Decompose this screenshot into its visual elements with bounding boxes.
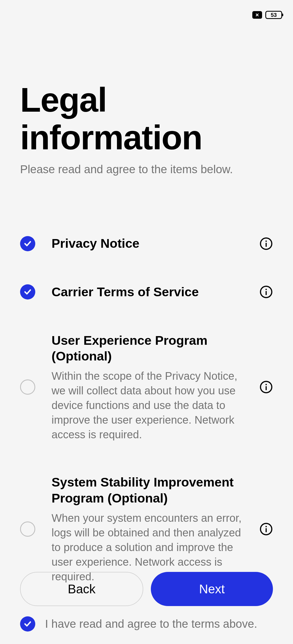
page-title: Legalinformation <box>20 81 273 156</box>
item-title: Privacy Notice <box>52 236 243 252</box>
item-body: System Stability Improvement Program (Op… <box>52 474 243 584</box>
info-icon <box>259 380 273 394</box>
legal-items-list: Privacy Notice Carrier Terms of Service … <box>20 236 273 584</box>
agree-label: I have read and agree to the terms above… <box>45 617 257 630</box>
svg-rect-2 <box>266 243 267 247</box>
close-badge-icon <box>252 11 262 19</box>
item-body: User Experience Program (Optional) Withi… <box>52 333 243 442</box>
svg-point-1 <box>266 240 267 242</box>
back-button[interactable]: Back <box>20 572 143 606</box>
info-icon <box>259 237 273 250</box>
next-button[interactable]: Next <box>151 572 273 606</box>
svg-point-7 <box>266 384 267 385</box>
info-icon <box>259 522 273 536</box>
list-item: User Experience Program (Optional) Withi… <box>20 333 273 442</box>
item-title: System Stability Improvement Program (Op… <box>52 474 243 506</box>
item-title: User Experience Program (Optional) <box>52 333 243 365</box>
info-button-carrier-terms[interactable] <box>259 285 273 299</box>
svg-point-4 <box>266 289 267 290</box>
list-item: Carrier Terms of Service <box>20 284 273 300</box>
check-icon <box>23 287 32 297</box>
checkbox-user-experience[interactable] <box>20 379 35 395</box>
status-bar: 53 <box>252 11 282 19</box>
info-button-system-stability[interactable] <box>259 522 273 536</box>
svg-rect-5 <box>266 291 267 295</box>
svg-rect-11 <box>266 528 267 532</box>
info-button-privacy-notice[interactable] <box>259 237 273 250</box>
info-button-user-experience[interactable] <box>259 380 273 394</box>
list-item: System Stability Improvement Program (Op… <box>20 474 273 584</box>
info-icon <box>259 285 273 299</box>
item-body: Carrier Terms of Service <box>52 284 243 300</box>
svg-point-10 <box>266 526 267 527</box>
item-title: Carrier Terms of Service <box>52 284 243 300</box>
button-row: Back Next <box>20 572 273 606</box>
battery-level: 53 <box>271 12 277 18</box>
page-subtitle: Please read and agree to the items below… <box>20 163 273 176</box>
checkbox-system-stability[interactable] <box>20 521 35 537</box>
agree-row: I have read and agree to the terms above… <box>20 616 273 632</box>
svg-rect-8 <box>266 386 267 390</box>
check-icon <box>23 619 32 629</box>
list-item: Privacy Notice <box>20 236 273 252</box>
checkbox-carrier-terms[interactable] <box>20 284 35 300</box>
item-description: Within the scope of the Privacy Notice, … <box>52 369 243 442</box>
checkbox-agree-all[interactable] <box>20 616 35 632</box>
battery-icon: 53 <box>265 11 282 19</box>
check-icon <box>23 239 32 248</box>
checkbox-privacy-notice[interactable] <box>20 236 35 251</box>
item-body: Privacy Notice <box>52 236 243 252</box>
